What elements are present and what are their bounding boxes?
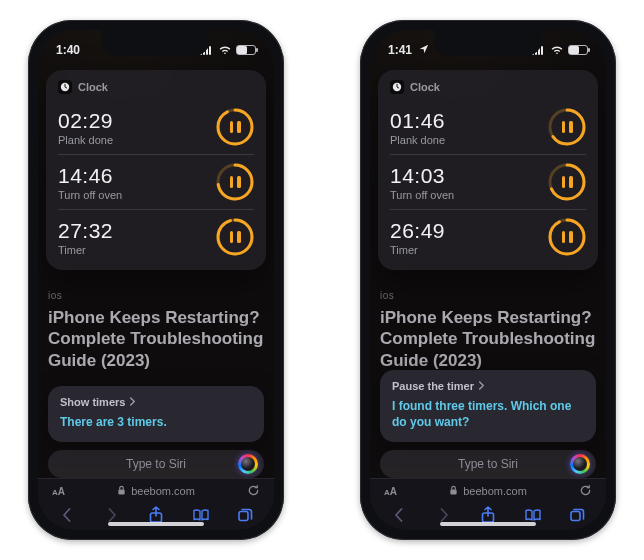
wifi-icon [218, 45, 232, 55]
timer-row[interactable]: 26:49 Timer [390, 209, 586, 264]
siri-input-placeholder: Type to Siri [458, 457, 518, 471]
timer-time: 02:29 [58, 109, 113, 133]
timer-label: Timer [58, 244, 113, 256]
pause-icon [562, 176, 573, 188]
siri-heading[interactable]: Show timers [60, 396, 252, 408]
timer-time: 14:46 [58, 164, 122, 188]
pause-button[interactable] [216, 108, 254, 146]
timer-label: Turn off oven [390, 189, 454, 201]
timer-time: 26:49 [390, 219, 445, 243]
screen: 1:41 ios iPhone Keeps Restarting? Comple… [370, 30, 606, 530]
timer-label: Turn off oven [58, 189, 122, 201]
siri-heading[interactable]: Pause the timer [392, 380, 584, 392]
home-indicator[interactable] [108, 522, 204, 526]
timer-label: Plank done [58, 134, 113, 146]
pause-button[interactable] [216, 163, 254, 201]
notch [434, 30, 542, 56]
timer-time: 01:46 [390, 109, 445, 133]
pause-button[interactable] [548, 218, 586, 256]
battery-icon [236, 45, 256, 55]
siri-input-placeholder: Type to Siri [126, 457, 186, 471]
timer-row[interactable]: 02:29 Plank done [58, 100, 254, 154]
timer-row[interactable]: 14:46 Turn off oven [58, 154, 254, 209]
battery-icon [568, 45, 588, 55]
chevron-right-icon [478, 381, 485, 390]
reader-aa-button[interactable]: AA [384, 486, 397, 497]
clock-notification-panel[interactable]: Clock 01:46 Plank done [378, 70, 598, 270]
lock-icon [117, 485, 126, 498]
status-time: 1:40 [56, 43, 80, 57]
tabs-button[interactable] [234, 504, 256, 526]
url-domain: beebom.com [463, 485, 527, 497]
reload-button[interactable] [579, 484, 592, 499]
chevron-right-icon [129, 397, 136, 406]
timer-label: Timer [390, 244, 445, 256]
nav-back-button[interactable] [56, 504, 78, 526]
timer-label: Plank done [390, 134, 445, 146]
url-display[interactable]: beebom.com [449, 485, 527, 498]
pause-button[interactable] [548, 108, 586, 146]
screen: 1:40 ios iPhone Keeps Restarting? Comple… [38, 30, 274, 530]
lock-icon [449, 485, 458, 498]
siri-orb-icon[interactable] [238, 454, 258, 474]
timer-row[interactable]: 01:46 Plank done [390, 100, 586, 154]
home-indicator[interactable] [440, 522, 536, 526]
siri-orb-icon[interactable] [570, 454, 590, 474]
tabs-button[interactable] [566, 504, 588, 526]
pause-button[interactable] [548, 163, 586, 201]
pause-icon [230, 176, 241, 188]
notch [102, 30, 210, 56]
wifi-icon [550, 45, 564, 55]
url-domain: beebom.com [131, 485, 195, 497]
phone-mockup: 1:41 ios iPhone Keeps Restarting? Comple… [360, 20, 616, 540]
location-icon [419, 43, 429, 57]
pause-icon [562, 121, 573, 133]
siri-response-card[interactable]: Show timers There are 3 timers. [48, 386, 264, 442]
clock-app-icon [58, 80, 72, 94]
timer-row[interactable]: 14:03 Turn off oven [390, 154, 586, 209]
siri-body-text: There are 3 timers. [60, 414, 252, 430]
siri-type-input[interactable]: Type to Siri [48, 450, 264, 478]
siri-response-card[interactable]: Pause the timer I found three timers. Wh… [380, 370, 596, 442]
clock-app-icon [390, 80, 404, 94]
pause-icon [562, 231, 573, 243]
phone-mockup: 1:40 ios iPhone Keeps Restarting? Comple… [28, 20, 284, 540]
nav-back-button[interactable] [388, 504, 410, 526]
reload-button[interactable] [247, 484, 260, 499]
clock-app-label: Clock [78, 81, 108, 93]
status-time: 1:41 [388, 43, 412, 57]
reader-aa-button[interactable]: AA [52, 486, 65, 497]
svg-rect-7 [119, 489, 125, 494]
timer-time: 27:32 [58, 219, 113, 243]
timer-time: 14:03 [390, 164, 454, 188]
svg-rect-19 [571, 511, 580, 520]
pause-icon [230, 121, 241, 133]
url-display[interactable]: beebom.com [117, 485, 195, 498]
pause-icon [230, 231, 241, 243]
svg-rect-17 [451, 489, 457, 494]
svg-rect-9 [239, 511, 248, 520]
siri-type-input[interactable]: Type to Siri [380, 450, 596, 478]
clock-notification-panel[interactable]: Clock 02:29 Plank done [46, 70, 266, 270]
pause-button[interactable] [216, 218, 254, 256]
clock-app-label: Clock [410, 81, 440, 93]
timer-row[interactable]: 27:32 Timer [58, 209, 254, 264]
siri-body-text: I found three timers. Which one do you w… [392, 398, 584, 430]
